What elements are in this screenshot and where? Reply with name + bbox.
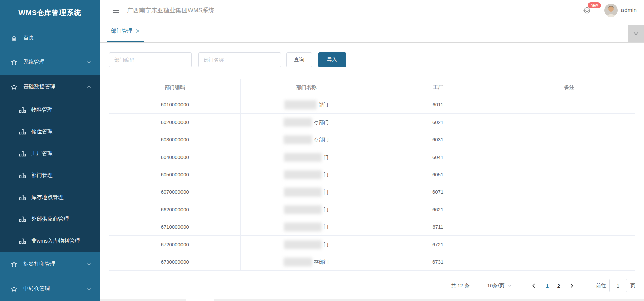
cell-dept-name: 存部门 [241, 114, 372, 131]
sidebar-subitem-material[interactable]: 物料管理 [0, 99, 100, 121]
filter-bar: 查询 导入 [109, 52, 635, 67]
dept-name-suffix: 门 [323, 171, 328, 177]
username-label[interactable]: admin [621, 7, 637, 14]
cell-dept-name: 存部门 [241, 131, 372, 148]
sidebar-item-home[interactable]: 首页 [0, 26, 100, 50]
table-row[interactable]: 6030000000 存部门 6031 [109, 131, 635, 148]
sidebar-item-transfer-warehouse-management[interactable]: 中转仓管理 [0, 276, 100, 301]
cell-factory: 6041 [372, 148, 504, 166]
bar-chart-icon [19, 107, 26, 113]
cell-factory: 6031 [372, 131, 504, 148]
cell-dept-code: 6030000000 [109, 131, 241, 148]
table-row[interactable]: 6020000000 存部门 6021 [109, 114, 635, 131]
sidebar-group: 基础数据管理 物料管理 储位管理 工厂管理 [0, 75, 100, 252]
table-row[interactable]: 6010000000 部门 6011 [109, 96, 635, 114]
sidebar-subitem-label: 物料管理 [31, 106, 53, 114]
new-badge: new [588, 2, 601, 8]
sidebar-subitem-external-supplier[interactable]: 外部供应商管理 [0, 208, 100, 230]
page-size-label: 10条/页 [487, 283, 505, 289]
sidebar-subitem-label: 库存地点管理 [31, 194, 64, 201]
cell-dept-name: 部门 [241, 96, 372, 114]
cell-remark [504, 236, 635, 253]
sidebar-subitem-non-wms-inbound-material[interactable]: 非wms入库物料管理 [0, 230, 100, 252]
star-icon [11, 261, 17, 268]
sidebar-item-label-print-management[interactable]: 标签打印管理 [0, 252, 100, 276]
prev-page-button[interactable] [529, 283, 539, 288]
hamburger-menu-icon[interactable] [112, 7, 120, 13]
redacted-blur-block [284, 223, 322, 231]
cell-dept-code: 6710000000 [109, 218, 241, 236]
query-button[interactable]: 查询 [286, 52, 312, 67]
chevron-up-icon [86, 84, 92, 90]
sidebar-item-basic-data-management[interactable]: 基础数据管理 [0, 75, 100, 99]
cell-remark [504, 131, 635, 148]
cell-factory: 6071 [372, 183, 504, 201]
topbar: 广西南宁东亚糖业集团WMS系统 new [100, 0, 644, 21]
dept-code-input[interactable] [109, 52, 192, 67]
table-header-row: 部门编码 部门名称 工厂 备注 [109, 79, 635, 96]
next-page-button[interactable] [567, 283, 577, 288]
sidebar-item-label: 首页 [23, 34, 34, 41]
page-background-strip [100, 299, 644, 301]
page-number-button-1[interactable]: 1 [541, 281, 553, 291]
column-header-factory: 工厂 [372, 79, 504, 96]
app-title: WMS仓库管理系统 [0, 0, 100, 26]
table-row[interactable]: 6730000000 存部门 6731 [109, 253, 635, 271]
home-icon [11, 35, 17, 41]
sidebar-subitem-storage-bin[interactable]: 储位管理 [0, 121, 100, 143]
cell-dept-name: 门 [241, 166, 372, 183]
page-number-button-2[interactable]: 2 [553, 281, 564, 291]
close-icon[interactable] [136, 29, 140, 33]
app-window: WMS仓库管理系统 首页 系统管理 [0, 0, 644, 301]
sidebar-subitem-label: 非wms入库物料管理 [31, 238, 80, 245]
redacted-blur-block [284, 258, 312, 266]
sidebar-subitem-factory[interactable]: 工厂管理 [0, 143, 100, 165]
table-row[interactable]: 6040000000 门 6041 [109, 148, 635, 166]
sidebar-item-label: 中转仓管理 [23, 285, 50, 292]
cell-factory: 6051 [372, 166, 504, 183]
table-row[interactable]: 6050000000 门 6051 [109, 166, 635, 183]
sidebar-nav: 首页 系统管理 基础数据管理 [0, 26, 100, 301]
dept-name-suffix: 门 [323, 189, 328, 195]
tab-department-management[interactable]: 部门管理 [107, 21, 144, 42]
table-row[interactable]: 6710000000 门 6711 [109, 218, 635, 236]
sidebar-submenu: 物料管理 储位管理 工厂管理 部门管理 库存地点管理 [0, 99, 100, 252]
chevron-right-icon [570, 283, 574, 288]
redacted-blur-block [284, 100, 317, 109]
star-icon [11, 286, 17, 292]
redacted-blur-block [284, 188, 322, 197]
cell-factory: 6731 [372, 253, 504, 271]
cell-factory: 6721 [372, 236, 504, 253]
table-row[interactable]: 6620000000 门 6621 [109, 201, 635, 218]
sidebar-subitem-label: 外部供应商管理 [31, 216, 69, 223]
sidebar-subitem-label: 工厂管理 [31, 150, 53, 157]
cell-dept-code: 6010000000 [109, 96, 241, 114]
sidebar-subitem-department[interactable]: 部门管理 [0, 165, 100, 186]
bar-chart-icon [19, 195, 26, 200]
page-size-select[interactable]: 10条/页 [480, 279, 519, 292]
tabbar-collapse-button[interactable] [628, 25, 644, 42]
sidebar-item-label: 基础数据管理 [23, 83, 55, 90]
sidebar-item-label: 标签打印管理 [23, 261, 55, 268]
dept-name-input[interactable] [198, 52, 281, 67]
table-row[interactable]: 6070000000 门 6071 [109, 183, 635, 201]
dept-name-suffix: 存部门 [314, 119, 329, 125]
department-table: 部门编码 部门名称 工厂 备注 6010000000 部门 6011 60200… [109, 79, 635, 271]
bar-chart-icon [19, 129, 26, 135]
cell-remark [504, 253, 635, 271]
avatar[interactable] [604, 4, 618, 17]
sidebar-subitem-inventory-location[interactable]: 库存地点管理 [0, 186, 100, 208]
cell-dept-name: 存部门 [241, 253, 372, 271]
cell-dept-code: 6720000000 [109, 236, 241, 253]
chevron-down-icon [508, 284, 512, 287]
cell-dept-code: 6040000000 [109, 148, 241, 166]
settings-button[interactable]: new [583, 6, 591, 14]
goto-page-input[interactable] [609, 279, 627, 292]
import-button[interactable]: 导入 [318, 52, 346, 67]
sidebar-item-system-management[interactable]: 系统管理 [0, 50, 100, 75]
redacted-blur-block [284, 153, 322, 162]
redacted-blur-block [284, 135, 312, 144]
cell-remark [504, 201, 635, 218]
redacted-blur-block [284, 240, 322, 249]
table-row[interactable]: 6720000000 门 6721 [109, 236, 635, 253]
